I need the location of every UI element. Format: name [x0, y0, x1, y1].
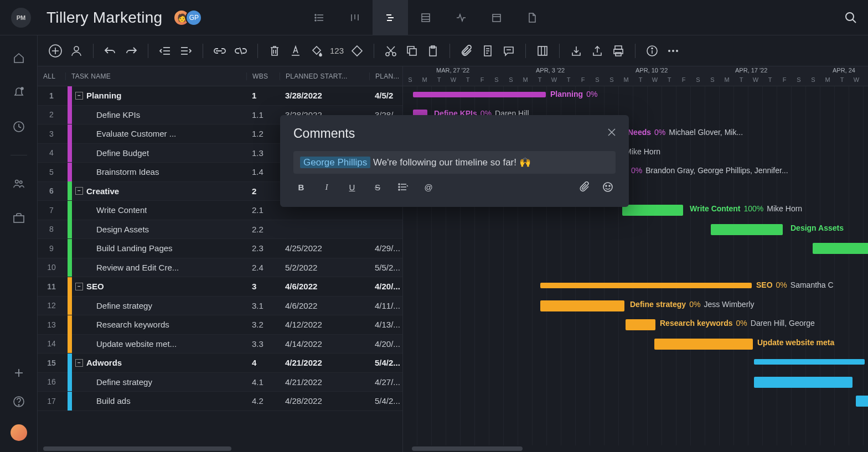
end-cell[interactable]: 5/5/2... [369, 263, 402, 272]
task-row[interactable]: 10 Review and Edit Cre... 2.4 5/2/2022 5… [38, 258, 402, 278]
task-name[interactable]: Evaluate Customer ... [96, 129, 176, 138]
delete-icon[interactable] [267, 43, 282, 59]
end-cell[interactable]: 4/5/2 [369, 91, 402, 100]
col-wbs[interactable]: WBS [246, 72, 280, 80]
end-cell[interactable]: 4/27/... [369, 377, 402, 387]
wbs-cell[interactable]: 4.1 [246, 377, 280, 387]
start-cell[interactable]: 4/14/2022 [280, 339, 369, 349]
wbs-cell[interactable]: 2.2 [246, 225, 280, 234]
wbs-cell[interactable]: 3.1 [246, 301, 280, 310]
italic-icon[interactable]: I [319, 179, 334, 195]
task-name[interactable]: Review and Edit Cre... [96, 263, 179, 272]
cut-icon[interactable] [383, 43, 399, 59]
end-cell[interactable]: 4/20/... [369, 339, 402, 349]
undo-icon[interactable] [102, 43, 118, 59]
text-color-icon[interactable] [288, 43, 303, 59]
task-row[interactable]: 8 Design Assets 2.2 [38, 220, 402, 240]
col-end[interactable]: PLAN... [369, 72, 402, 80]
link-icon[interactable] [212, 43, 228, 59]
wbs-cell[interactable]: 1 [246, 91, 280, 100]
collapse-icon[interactable]: − [75, 92, 83, 100]
gantt-bar[interactable] [626, 319, 655, 330]
attach-icon[interactable] [577, 179, 592, 195]
wbs-cell[interactable]: 3.2 [246, 320, 280, 329]
mention-chip[interactable]: George Phillips [300, 157, 370, 168]
project-title[interactable]: Tillery Marketing [46, 9, 162, 27]
task-row[interactable]: 1 − Planning 1 3/28/2022 4/5/2 [38, 86, 402, 106]
task-name[interactable]: Planning [86, 91, 121, 100]
paste-icon[interactable] [425, 43, 441, 59]
gantt-scrollbar[interactable] [406, 446, 865, 451]
view-calendar-icon[interactable] [479, 0, 514, 35]
copy-icon[interactable] [404, 43, 420, 59]
wbs-cell[interactable]: 1.4 [246, 167, 280, 176]
strike-icon[interactable]: S [370, 179, 385, 195]
milestone-icon[interactable] [349, 43, 365, 59]
task-name[interactable]: Build Landing Pages [96, 243, 173, 253]
emoji-icon[interactable] [600, 179, 616, 195]
help-icon[interactable] [13, 396, 25, 408]
gantt-bar[interactable] [540, 300, 624, 311]
attachment-icon[interactable] [459, 43, 474, 59]
start-cell[interactable]: 4/12/2022 [280, 320, 369, 329]
wbs-cell[interactable]: 2 [246, 186, 280, 196]
notifications-icon[interactable] [13, 86, 25, 98]
print-icon[interactable] [611, 43, 626, 59]
col-start[interactable]: PLANNED START... [280, 72, 369, 80]
gantt-bar[interactable] [622, 205, 683, 216]
start-cell[interactable]: 4/6/2022 [280, 282, 369, 291]
collapse-icon[interactable]: − [75, 359, 83, 367]
task-name[interactable]: Define Budget [96, 148, 149, 158]
end-cell[interactable]: 4/29/... [369, 243, 402, 253]
unlink-icon[interactable] [233, 43, 249, 59]
task-name[interactable]: SEO [86, 282, 104, 291]
task-row[interactable]: 16 Define strategy 4.1 4/21/2022 4/27/..… [38, 373, 402, 392]
wbs-cell[interactable]: 1.2 [246, 129, 280, 138]
view-file-icon[interactable] [514, 0, 550, 35]
start-cell[interactable]: 4/25/2022 [280, 243, 369, 253]
gantt-bar[interactable] [654, 339, 753, 350]
task-row[interactable]: 9 Build Landing Pages 2.3 4/25/2022 4/29… [38, 239, 402, 258]
start-cell[interactable]: 4/28/2022 [280, 396, 369, 406]
task-name[interactable]: Creative [86, 186, 119, 196]
comment-icon[interactable] [501, 43, 516, 59]
wbs-cell[interactable]: 4.2 [246, 396, 280, 406]
assign-icon[interactable] [69, 43, 84, 59]
task-name[interactable]: Build ads [96, 396, 131, 406]
task-name[interactable]: Define strategy [96, 377, 152, 387]
end-cell[interactable]: 4/20/... [369, 282, 402, 291]
underline-icon[interactable]: U [344, 179, 360, 195]
toolbar-number[interactable]: 123 [330, 46, 344, 55]
notes-icon[interactable] [480, 43, 495, 59]
task-row[interactable]: 14 Update website met... 3.3 4/14/2022 4… [38, 335, 402, 354]
wbs-cell[interactable]: 4 [246, 358, 280, 367]
export-icon[interactable] [590, 43, 605, 59]
user-avatar[interactable] [11, 424, 27, 441]
member-avatars[interactable]: 🧑 GP [173, 9, 202, 26]
view-activity-icon[interactable] [443, 0, 479, 35]
add-icon[interactable] [13, 367, 25, 379]
wbs-cell[interactable]: 2.4 [246, 263, 280, 272]
task-row[interactable]: 17 Build ads 4.2 4/28/2022 5/4/2... [38, 392, 402, 411]
import-icon[interactable] [569, 43, 584, 59]
task-name[interactable]: Define strategy [96, 301, 152, 310]
info-icon[interactable] [644, 43, 660, 59]
search-icon[interactable] [845, 12, 857, 24]
wbs-cell[interactable]: 2.3 [246, 243, 280, 253]
people-icon[interactable] [13, 178, 25, 190]
view-sheet-icon[interactable] [408, 0, 443, 35]
home-icon[interactable] [13, 52, 25, 64]
view-gantt-icon[interactable] [373, 0, 408, 35]
wbs-cell[interactable]: 3 [246, 282, 280, 291]
gantt-bar[interactable] [813, 243, 868, 254]
view-list-icon[interactable] [302, 0, 337, 35]
task-name[interactable]: Research keywords [96, 320, 169, 329]
collapse-icon[interactable]: − [75, 283, 83, 290]
close-icon[interactable] [607, 127, 617, 137]
gantt-bar[interactable] [754, 359, 865, 365]
wbs-cell[interactable]: 2.1 [246, 205, 280, 215]
end-cell[interactable]: 4/11/... [369, 301, 402, 310]
gantt-bar[interactable] [540, 283, 752, 288]
task-name[interactable]: Write Content [96, 205, 147, 215]
recent-icon[interactable] [13, 121, 25, 133]
